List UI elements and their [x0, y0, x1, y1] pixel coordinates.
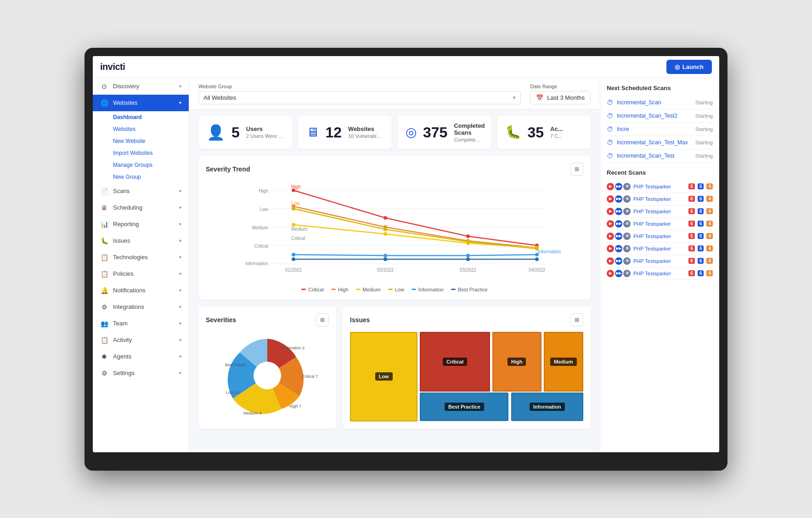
scans-sub: Completed In 00:46:04 On ...	[454, 137, 483, 142]
scan-badge-blue: 6	[698, 233, 704, 239]
sidebar-sub-new-group[interactable]: New Group	[93, 171, 189, 183]
sidebar-item-settings[interactable]: ⚙ Settings ▾	[93, 365, 189, 381]
legend-low: Low	[388, 287, 404, 292]
svg-point-31	[383, 254, 387, 257]
legend-medium: Medium	[356, 287, 381, 292]
sidebar-item-team[interactable]: 👥 Team ▾	[93, 315, 189, 332]
treemap-best-practice: Best Practice	[420, 393, 508, 421]
notifications-icon: 🔔	[100, 286, 108, 295]
websites-icon: 🌐	[100, 99, 108, 107]
svg-text:Medium 4: Medium 4	[243, 411, 262, 416]
recent-scan-name[interactable]: PHP Testsparker	[633, 184, 686, 189]
chevron-down-icon: ▾	[179, 100, 181, 105]
sidebar-item-technologies[interactable]: 📋 Technologies ▾	[93, 249, 189, 266]
sidebar-item-issues[interactable]: 🐛 Issues ▾	[93, 233, 189, 249]
sidebar-item-reporting[interactable]: 📊 Reporting ▾	[93, 216, 189, 233]
sidebar-sub-import-websites[interactable]: Import Websites	[93, 147, 189, 159]
legend-critical: Critical	[301, 287, 324, 292]
launch-button[interactable]: ◎ Launch	[666, 60, 712, 74]
metric-websites[interactable]: 🖥 12 Websites 10 Vulnerable, 4 Critical	[298, 116, 392, 149]
severities-card: Severities ⊞	[198, 306, 336, 429]
sidebar-item-activity[interactable]: 📋 Activity ▾	[93, 332, 189, 348]
recent-scans-title: Recent Scans	[607, 169, 713, 176]
website-group-select[interactable]: All Websites ▾	[198, 91, 521, 104]
recent-scan-item: ▶ ▶▶ ⚙ PHP Testsparker 6 6 4	[607, 268, 713, 280]
severity-trend-grid-button[interactable]: ⊞	[570, 163, 583, 176]
status-red-icon: ▶	[607, 233, 614, 240]
svg-point-28	[466, 240, 470, 244]
scan-badge-red: 6	[688, 221, 695, 227]
status-play-icon: ▶▶	[615, 183, 622, 190]
recent-scans-section: Recent Scans ▶ ▶▶ ⚙ PHP Testsparker 6 6 …	[607, 169, 713, 280]
svg-point-37	[535, 257, 539, 261]
scans-metric-icon: ◎	[406, 125, 417, 140]
severity-legend: Critical High Medium	[206, 287, 583, 292]
date-range-section: Date Range 📅 Last 3 Months	[530, 84, 591, 104]
sidebar-item-notifications[interactable]: 🔔 Notifications ▾	[93, 282, 189, 299]
recent-scan-name[interactable]: PHP Testsparker	[633, 233, 686, 239]
recent-scan-name[interactable]: PHP Testsparker	[633, 221, 686, 227]
date-range-button[interactable]: 📅 Last 3 Months	[530, 91, 591, 104]
scan-badge-orange: 4	[706, 183, 713, 189]
websites-title: Websites	[348, 125, 383, 132]
sidebar-sub-new-website[interactable]: New Website	[93, 135, 189, 147]
svg-text:01/2022: 01/2022	[285, 268, 302, 273]
scheduled-item-3: ⏱ Incremental_Scan_Test_Max Starting	[607, 136, 713, 149]
clock-icon: ⏱	[607, 152, 613, 159]
scan-badge-red: 6	[688, 245, 695, 251]
sidebar-item-integrations[interactable]: ⚙ Integrations ▾	[93, 299, 189, 315]
recent-scan-item: ▶ ▶▶ ⚙ PHP Testsparker 6 6 4	[607, 193, 713, 205]
recent-scan-name[interactable]: PHP Testsparker	[633, 209, 686, 214]
svg-text:Best Practi...: Best Practi...	[225, 363, 248, 367]
svg-text:Information: Information	[245, 261, 268, 266]
sidebar-item-discovery[interactable]: ⊙ Discovery ▾	[93, 78, 189, 95]
svg-text:04/2022: 04/2022	[529, 268, 546, 273]
metric-active[interactable]: 🐛 35 Ac... 7 C...	[497, 116, 591, 149]
svg-point-15	[383, 216, 387, 220]
clock-icon: ⏱	[607, 112, 613, 120]
scan-status-icons: ▶ ▶▶ ⚙	[607, 233, 631, 240]
scheduled-item-0: ⏱ Incremental_Scan Starting	[607, 96, 713, 109]
scan-badge-orange: 4	[706, 245, 713, 251]
svg-text:Medium: Medium	[291, 227, 308, 232]
svg-point-34	[292, 257, 295, 261]
sidebar-sub-dashboard[interactable]: Dashboard	[93, 111, 189, 123]
svg-text:Information 2: Information 2	[281, 346, 305, 350]
sidebar-item-scans[interactable]: 📄 Scans ▾	[93, 183, 189, 199]
metric-scans[interactable]: ◎ 375 Completed Scans Completed In 00:46…	[397, 116, 491, 149]
status-gray-icon: ⚙	[623, 245, 631, 252]
recent-scan-name[interactable]: PHP Testsparker	[633, 271, 686, 276]
recent-scan-name[interactable]: PHP Testsparker	[633, 258, 686, 264]
metric-users[interactable]: 👤 5 Users 2 Users Were Active During The…	[198, 116, 293, 149]
svg-point-26	[292, 207, 295, 211]
svg-point-43	[254, 362, 281, 389]
clock-icon: ⏱	[607, 139, 613, 146]
status-red-icon: ▶	[607, 183, 614, 190]
website-group-section: Website Group All Websites ▾	[198, 84, 521, 104]
svg-text:Medium: Medium	[252, 225, 268, 230]
recent-scan-name[interactable]: PHP Testsparker	[633, 196, 686, 202]
scan-status-icons: ▶ ▶▶ ⚙	[607, 183, 631, 190]
scan-badge-red: 6	[688, 258, 695, 264]
sidebar-item-websites[interactable]: 🌐 Websites ▾	[93, 95, 189, 111]
scans-count: 375	[423, 125, 447, 140]
settings-icon: ⚙	[100, 369, 108, 377]
scan-badge-blue: 6	[698, 208, 704, 214]
status-gray-icon: ⚙	[623, 257, 631, 265]
severities-grid-button[interactable]: ⊞	[316, 313, 329, 326]
sidebar-sub-websites[interactable]: Websites	[93, 123, 189, 135]
sidebar: ⊙ Discovery ▾ 🌐 Websites ▾ Dashboard Web…	[93, 78, 189, 452]
recent-scan-name[interactable]: PHP Testsparker	[633, 246, 686, 251]
users-count: 5	[231, 125, 240, 140]
websites-metric-icon: 🖥	[306, 125, 319, 140]
app-logo: invicti	[100, 62, 125, 72]
sidebar-item-policies[interactable]: 📋 Policies ▾	[93, 266, 189, 282]
sidebar-item-agents[interactable]: ✱ Agents ▾	[93, 348, 189, 365]
sidebar-sub-manage-groups[interactable]: Manage Groups	[93, 159, 189, 171]
issues-grid-button[interactable]: ⊞	[570, 313, 583, 326]
svg-text:High: High	[291, 184, 301, 189]
sidebar-item-scheduling[interactable]: 🖥 Scheduling ▾	[93, 199, 189, 216]
svg-point-32	[466, 254, 470, 257]
chevron-down-icon: ▾	[179, 354, 181, 359]
right-panel: Next Scheduled Scans ⏱ Incremental_Scan …	[600, 78, 719, 452]
